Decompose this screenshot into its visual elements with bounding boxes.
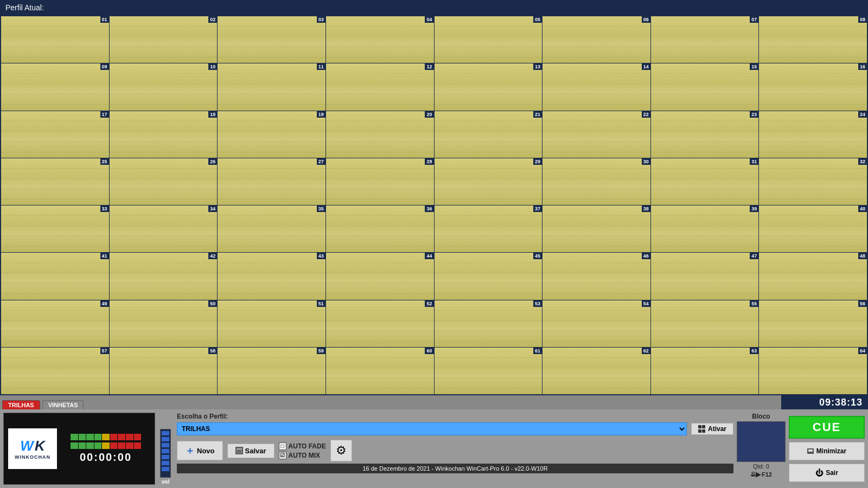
- bloco-label: Bloco: [752, 413, 770, 420]
- grid-cell[interactable]: 54: [542, 300, 650, 347]
- grid-cell[interactable]: 24: [759, 111, 867, 158]
- grid-cell[interactable]: 52: [326, 300, 434, 347]
- grid-cell[interactable]: 41: [1, 253, 109, 299]
- timer-display: 00:00:00: [80, 451, 132, 464]
- bloco-qty: Qtd: 0: [753, 463, 769, 470]
- grid-cell[interactable]: 35: [218, 206, 326, 252]
- grid-cell[interactable]: 36: [326, 206, 434, 252]
- vu-bar: [86, 442, 94, 449]
- grid-cell[interactable]: 61: [435, 348, 542, 394]
- grid-cell[interactable]: 18: [110, 111, 218, 158]
- cell-number: 45: [533, 253, 542, 259]
- grid-cell[interactable]: 59: [218, 348, 326, 394]
- grid-cell[interactable]: 12: [326, 63, 434, 110]
- cell-number: 08: [858, 16, 867, 23]
- salvar-label: Salvar: [245, 447, 266, 455]
- novo-label: Novo: [197, 447, 215, 455]
- grid-cell[interactable]: 13: [435, 63, 542, 110]
- grid-cell[interactable]: 11: [218, 63, 326, 110]
- grid-cell[interactable]: 21: [435, 111, 542, 158]
- grid-cell[interactable]: 07: [651, 16, 759, 63]
- settings-button[interactable]: ⚙: [330, 440, 352, 461]
- grid-cell[interactable]: 46: [542, 253, 650, 299]
- grid-cell[interactable]: 23: [651, 111, 759, 158]
- grid-icon: [698, 425, 706, 433]
- cell-number: 44: [425, 253, 433, 259]
- grid-cell[interactable]: 20: [326, 111, 434, 158]
- grid-cell[interactable]: 33: [1, 206, 109, 252]
- grid-cell[interactable]: 26: [110, 158, 218, 205]
- minimize-button[interactable]: Minimizar: [789, 442, 865, 460]
- perfil-select[interactable]: TRILHAS: [177, 422, 687, 435]
- grid-cell[interactable]: 30: [542, 158, 650, 205]
- grid-cell[interactable]: 42: [110, 253, 218, 299]
- grid-cell[interactable]: 15: [651, 63, 759, 110]
- grid-cell[interactable]: 22: [542, 111, 650, 158]
- grid-cell[interactable]: 19: [218, 111, 326, 158]
- grid-cell[interactable]: 62: [542, 348, 650, 394]
- plus-icon: ＋: [185, 444, 195, 457]
- perfil-row: Escolha o Perfil:: [177, 413, 733, 420]
- cell-number: 12: [425, 63, 433, 70]
- grid-cell[interactable]: 29: [435, 158, 542, 205]
- grid-cell[interactable]: 57: [1, 348, 109, 394]
- grid-cell[interactable]: 17: [1, 111, 109, 158]
- auto-mix-checkbox[interactable]: ☑: [279, 452, 286, 459]
- tab-vinhetas[interactable]: VINHETAS: [42, 400, 84, 409]
- vol-slider[interactable]: [160, 429, 171, 478]
- grid-cell[interactable]: 01: [1, 16, 109, 63]
- grid-cell[interactable]: 56: [759, 300, 867, 347]
- grid-cell[interactable]: 03: [218, 16, 326, 63]
- grid-cell[interactable]: 06: [542, 16, 650, 63]
- logo-k: K: [35, 438, 45, 454]
- grid-cell[interactable]: 25: [1, 158, 109, 205]
- cell-number: 54: [642, 300, 650, 307]
- grid-cell[interactable]: 49: [1, 300, 109, 347]
- grid-cell[interactable]: 58: [110, 348, 218, 394]
- grid-cell[interactable]: 16: [759, 63, 867, 110]
- vu-bar: [118, 434, 125, 440]
- grid-cell[interactable]: 38: [542, 206, 650, 252]
- grid-cell[interactable]: 50: [110, 300, 218, 347]
- grid-cell[interactable]: 02: [110, 16, 218, 63]
- grid-cell[interactable]: 31: [651, 158, 759, 205]
- grid-cell[interactable]: 43: [218, 253, 326, 299]
- grid-cell[interactable]: 34: [110, 206, 218, 252]
- grid-cell[interactable]: 04: [326, 16, 434, 63]
- grid-cell[interactable]: 48: [759, 253, 867, 299]
- grid-cell[interactable]: 28: [326, 158, 434, 205]
- grid-cell[interactable]: 53: [435, 300, 542, 347]
- grid-cell[interactable]: 40: [759, 206, 867, 252]
- tab-trilhas[interactable]: TRILHAS: [2, 400, 40, 409]
- grid-cell[interactable]: 39: [651, 206, 759, 252]
- cell-number: 37: [533, 206, 542, 212]
- vu-bar: [126, 442, 133, 449]
- sair-button[interactable]: ⏻ Sair: [789, 464, 865, 482]
- grid-cell[interactable]: 09: [1, 63, 109, 110]
- logo-name: WINKOCHAN: [15, 454, 50, 460]
- ativar-button[interactable]: Ativar: [691, 423, 733, 435]
- cue-button[interactable]: CUE: [789, 416, 865, 439]
- vol-bar: [162, 461, 169, 465]
- grid-cell[interactable]: 10: [110, 63, 218, 110]
- grid-cell[interactable]: 05: [435, 16, 542, 63]
- grid-cell[interactable]: 47: [651, 253, 759, 299]
- grid-cell[interactable]: 60: [326, 348, 434, 394]
- grid-cell[interactable]: 32: [759, 158, 867, 205]
- grid-cell[interactable]: 51: [218, 300, 326, 347]
- salvar-button[interactable]: Salvar: [227, 444, 275, 458]
- grid-cell[interactable]: 08: [759, 16, 867, 63]
- grid-cell[interactable]: 64: [759, 348, 867, 394]
- grid-cell[interactable]: 14: [542, 63, 650, 110]
- grid-cell[interactable]: 27: [218, 158, 326, 205]
- cell-number: 38: [642, 206, 650, 212]
- grid-cell[interactable]: 55: [651, 300, 759, 347]
- auto-fade-checkbox[interactable]: □: [279, 442, 286, 450]
- novo-button[interactable]: ＋ Novo: [177, 441, 223, 460]
- cell-number: 20: [425, 111, 433, 118]
- grid-cell[interactable]: 45: [435, 253, 542, 299]
- grid-cell[interactable]: 44: [326, 253, 434, 299]
- grid-cell[interactable]: 63: [651, 348, 759, 394]
- grid-cell[interactable]: 37: [435, 206, 542, 252]
- exit-icon: ⏻: [815, 468, 823, 477]
